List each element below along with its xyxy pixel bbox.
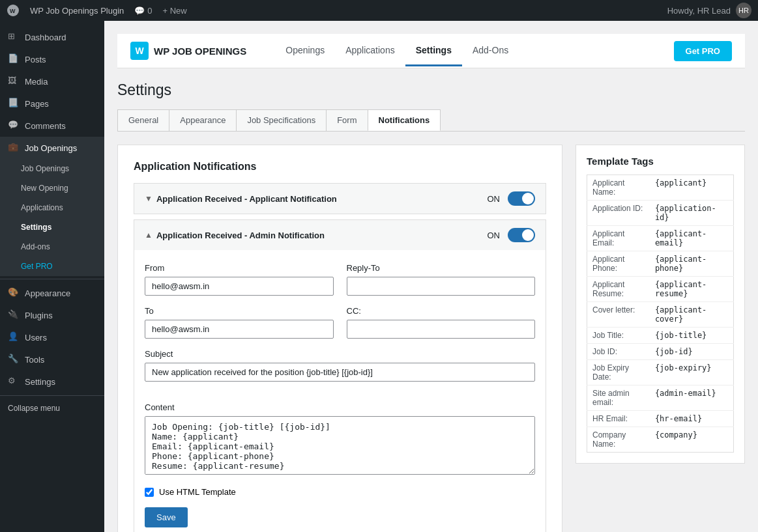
sidebar-item-job-openings-sub[interactable]: Job Openings xyxy=(0,159,104,178)
tab-job-specifications[interactable]: Job Specifications xyxy=(236,109,327,131)
sidebar-item-settings[interactable]: Settings xyxy=(0,217,104,237)
pages-icon: 📃 xyxy=(8,98,20,109)
tag-name: HR Email: xyxy=(587,411,650,427)
sidebar-item-add-ons[interactable]: Add-ons xyxy=(0,237,104,257)
tag-row: Application ID:{application-id} xyxy=(587,201,734,226)
sidebar-item-applications[interactable]: Applications xyxy=(0,198,104,217)
subject-label: Subject xyxy=(145,349,173,359)
new-item-button[interactable]: + New xyxy=(163,6,187,16)
tag-row: Applicant Phone:{applicant-phone} xyxy=(587,251,734,277)
media-icon: 🖼 xyxy=(8,76,20,87)
section-title: Application Notifications xyxy=(134,161,546,173)
tab-form[interactable]: Form xyxy=(326,109,368,131)
template-tags-sidebar: Template Tags Applicant Name:{applicant}… xyxy=(576,145,745,464)
form-row-from-reply: From Reply-To xyxy=(145,263,535,296)
toggle-group-admin: ON xyxy=(488,228,536,242)
comments-count[interactable]: 💬 0 xyxy=(134,6,152,16)
sidebar-divider xyxy=(0,279,104,279)
admin-bar: W WP Job Openings Plugin 💬 0 + New Howdy… xyxy=(0,0,758,21)
sidebar-item-job-openings[interactable]: 💼 Job Openings xyxy=(0,137,104,159)
plugin-logo: W WP JOB OPENINGS xyxy=(130,34,246,68)
site-name[interactable]: WP Job Openings Plugin xyxy=(30,6,124,16)
tools-icon: 🔧 xyxy=(8,354,20,365)
tag-value: {application-id} xyxy=(650,201,734,226)
to-input[interactable] xyxy=(145,320,334,339)
tab-appearance[interactable]: Appearance xyxy=(169,109,237,131)
from-input[interactable] xyxy=(145,277,334,296)
settings-content: Application Notifications ▼ Application … xyxy=(117,145,562,532)
comments-icon: 💬 xyxy=(8,120,20,132)
cc-label: CC: xyxy=(347,306,536,316)
toggle-group-applicant: ON xyxy=(488,191,536,206)
tag-value: {applicant-cover} xyxy=(650,302,734,328)
form-group-from: From xyxy=(145,263,334,296)
sidebar-item-appearance[interactable]: 🎨 Appearance xyxy=(0,282,104,304)
tag-row: Company Name:{company} xyxy=(587,427,734,453)
reply-to-label: Reply-To xyxy=(347,263,536,273)
get-pro-button[interactable]: Get PRO xyxy=(674,41,732,61)
tag-value: {job-id} xyxy=(650,344,734,360)
subject-input[interactable] xyxy=(145,363,535,382)
sidebar-item-tools[interactable]: 🔧 Tools xyxy=(0,348,104,371)
dashboard-icon: ⊞ xyxy=(8,31,20,43)
toggle-admin[interactable] xyxy=(508,228,535,242)
plugin-nav-settings[interactable]: Settings xyxy=(405,36,462,66)
sidebar-item-get-pro[interactable]: Get PRO xyxy=(0,257,104,276)
template-tags-title: Template Tags xyxy=(587,156,734,167)
notification-form-admin: From Reply-To To xyxy=(134,250,546,532)
notification-title-applicant: ▼ Application Received - Applicant Notif… xyxy=(145,194,337,204)
sidebar-submenu-job-openings: Job Openings New Opening Applications Se… xyxy=(0,159,104,276)
posts-icon: 📄 xyxy=(8,53,20,65)
sidebar-item-new-opening[interactable]: New Opening xyxy=(0,178,104,198)
content-textarea[interactable] xyxy=(145,416,535,475)
tag-row: Applicant Email:{applicant-email} xyxy=(587,226,734,251)
avatar: HR xyxy=(736,3,751,18)
sidebar-item-settings-wp[interactable]: ⚙ Settings xyxy=(0,371,104,393)
plugin-header: W WP JOB OPENINGS Openings Applications … xyxy=(117,34,745,68)
sidebar-divider-2 xyxy=(0,395,104,396)
save-button[interactable]: Save xyxy=(145,507,188,527)
toggle-applicant[interactable] xyxy=(508,191,535,206)
page-title: Settings xyxy=(117,81,745,99)
admin-user[interactable]: Howdy, HR Lead HR xyxy=(667,3,751,18)
notification-title-admin: ▲ Application Received - Admin Notificat… xyxy=(145,231,325,240)
use-html-label: Use HTML Template xyxy=(159,487,236,497)
tag-row: Job Expiry Date:{job-expiry} xyxy=(587,360,734,385)
tag-name: Site admin email: xyxy=(587,385,650,411)
tab-general[interactable]: General xyxy=(117,109,169,131)
tab-notifications[interactable]: Notifications xyxy=(368,109,441,131)
collapse-indicator-applicant: ▼ xyxy=(145,194,153,203)
sidebar-item-media[interactable]: 🖼 Media xyxy=(0,70,104,92)
tag-value: {company} xyxy=(650,427,734,453)
sidebar-item-comments[interactable]: 💬 Comments xyxy=(0,115,104,137)
sidebar-item-posts[interactable]: 📄 Posts xyxy=(0,48,104,70)
to-label: To xyxy=(145,306,334,316)
notification-header-applicant[interactable]: ▼ Application Received - Applicant Notif… xyxy=(134,184,546,214)
sidebar-item-users[interactable]: 👤 Users xyxy=(0,326,104,348)
sidebar-item-plugins[interactable]: 🔌 Plugins xyxy=(0,304,104,326)
plugin-nav-applications[interactable]: Applications xyxy=(335,36,405,66)
plugin-nav: Openings Applications Settings Add-Ons xyxy=(275,36,519,66)
tag-name: Applicant Resume: xyxy=(587,277,650,302)
use-html-checkbox[interactable] xyxy=(145,488,154,497)
cc-input[interactable] xyxy=(347,320,536,339)
plugins-icon: 🔌 xyxy=(8,309,20,321)
tag-value: {applicant} xyxy=(650,175,734,201)
settings-wp-icon: ⚙ xyxy=(8,376,20,387)
notification-row-applicant: ▼ Application Received - Applicant Notif… xyxy=(134,183,546,214)
plugin-nav-add-ons[interactable]: Add-Ons xyxy=(462,36,519,66)
tag-value: {hr-email} xyxy=(650,411,734,427)
collapse-menu[interactable]: Collapse menu xyxy=(0,399,104,418)
tag-row: Job Title:{job-title} xyxy=(587,328,734,344)
plugin-nav-openings[interactable]: Openings xyxy=(275,36,335,66)
from-label: From xyxy=(145,263,334,273)
tag-value: {job-expiry} xyxy=(650,360,734,385)
notification-header-admin[interactable]: ▲ Application Received - Admin Notificat… xyxy=(134,220,546,250)
tag-name: Applicant Email: xyxy=(587,226,650,251)
form-row-to-cc: To CC: xyxy=(145,306,535,339)
sidebar-item-pages[interactable]: 📃 Pages xyxy=(0,92,104,115)
form-group-content: Content xyxy=(145,402,535,477)
reply-to-input[interactable] xyxy=(347,277,536,296)
sidebar-item-dashboard[interactable]: ⊞ Dashboard xyxy=(0,26,104,48)
tag-row: Applicant Name:{applicant} xyxy=(587,175,734,201)
